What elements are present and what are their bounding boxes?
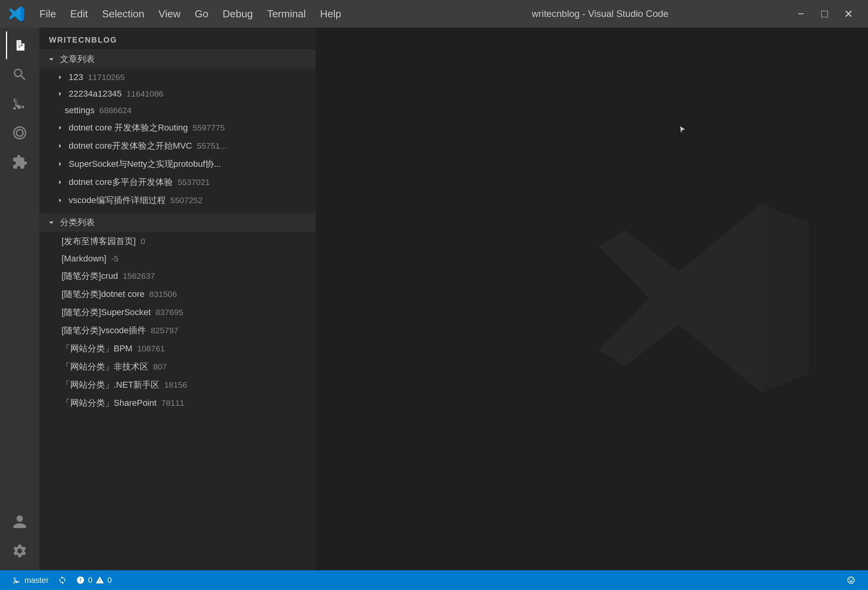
window-controls: − □ ✕: [789, 0, 860, 28]
vscode-logo-icon: [8, 5, 25, 22]
article-item-multiplatform[interactable]: dotnet core多平台开发体验 5537021: [39, 173, 316, 191]
category-id: 0: [140, 237, 145, 246]
titlebar: File Edit Selection View Go Debug Termin…: [0, 0, 868, 28]
article-item-mvc[interactable]: dotnet core开发体验之开始MVC 55751...: [39, 137, 316, 155]
category-name: 「网站分类」非技术区: [62, 361, 148, 373]
activity-extensions[interactable]: [6, 148, 34, 176]
category-id: 831506: [149, 289, 177, 299]
category-item-homepage[interactable]: [发布至博客园首页] 0: [39, 232, 316, 250]
feedback-status[interactable]: [842, 570, 860, 590]
search-icon: [12, 67, 28, 82]
sync-status[interactable]: [53, 570, 71, 590]
close-button[interactable]: ✕: [836, 0, 860, 28]
article-id: 11641086: [127, 89, 163, 99]
category-item-non-tech[interactable]: 「网站分类」非技术区 807: [39, 358, 316, 376]
activity-search[interactable]: [6, 61, 34, 88]
menu-selection[interactable]: Selection: [96, 6, 151, 22]
category-name: 「网站分类」BPM: [62, 343, 133, 355]
category-item-sharepoint[interactable]: 「网站分类」SharePoint 78111: [39, 394, 316, 412]
chevron-right-icon: [55, 159, 65, 169]
chevron-right-icon: [55, 177, 65, 187]
menu-help[interactable]: Help: [314, 6, 347, 22]
menu-file[interactable]: File: [33, 6, 62, 22]
main-content: WRITECNBLOG 文章列表 123 11710265: [0, 28, 868, 570]
category-id: 807: [153, 362, 167, 372]
git-branch-status[interactable]: master: [8, 570, 53, 590]
category-item-supersocket[interactable]: [随笔分类]SuperSocket 837695: [39, 303, 316, 321]
category-item-dotnet-newbie[interactable]: 「网站分类」.NET新手区 18156: [39, 376, 316, 394]
menu-debug[interactable]: Debug: [216, 6, 259, 22]
article-name: 123: [69, 72, 83, 82]
article-name: 22234a12345: [69, 89, 122, 99]
category-item-crud[interactable]: [随笔分类]crud 1562637: [39, 267, 316, 285]
minimize-button[interactable]: −: [789, 0, 813, 28]
menu-terminal[interactable]: Terminal: [261, 6, 312, 22]
article-name: dotnet core开发体验之开始MVC: [69, 140, 192, 152]
article-name: dotnet core多平台开发体验: [69, 176, 173, 188]
smiley-icon: [847, 576, 855, 584]
menu-go[interactable]: Go: [189, 6, 215, 22]
article-name: SuperSocket与Netty之实现protobuf协...: [69, 158, 221, 170]
category-name: [发布至博客园首页]: [62, 235, 136, 247]
branch-name: master: [24, 576, 49, 585]
article-item-123[interactable]: 123 11710265: [39, 69, 316, 86]
article-item-22234[interactable]: 22234a12345 11641086: [39, 86, 316, 102]
article-name: dotnet core 开发体验之Routing: [69, 122, 188, 134]
category-item-bpm[interactable]: 「网站分类」BPM 108761: [39, 340, 316, 358]
activity-bar: [0, 28, 39, 570]
category-id: 825797: [151, 326, 178, 335]
category-item-markdown[interactable]: [Markdown] -5: [39, 250, 316, 267]
article-id: 5537021: [178, 177, 210, 187]
categories-section-label: 分类列表: [60, 217, 95, 228]
categories-section-header[interactable]: 分类列表: [39, 213, 316, 232]
error-circle-icon: [76, 576, 85, 584]
activity-explorer[interactable]: [6, 32, 34, 59]
article-item-settings[interactable]: settings 6886624: [39, 102, 316, 119]
activity-debug[interactable]: [6, 119, 34, 147]
category-name: [Markdown]: [62, 254, 107, 264]
error-count: 0: [88, 576, 92, 585]
article-name: vscode编写插件详细过程: [69, 194, 166, 206]
source-control-icon: [12, 96, 28, 112]
activity-scm[interactable]: [6, 90, 34, 118]
gear-icon: [12, 543, 28, 559]
article-id: 55751...: [197, 141, 227, 151]
statusbar: master 0 0: [0, 570, 868, 590]
activity-account[interactable]: [6, 508, 34, 536]
category-item-vscodeplugin[interactable]: [随笔分类]vscode插件 825797: [39, 321, 316, 340]
mouse-cursor-icon: [679, 125, 687, 133]
git-branch-icon: [13, 576, 21, 584]
chevron-down-icon: [46, 217, 57, 228]
window-title: writecnblog - Visual Studio Code: [411, 8, 789, 19]
category-name: 「网站分类」SharePoint: [62, 397, 157, 409]
category-id: 837695: [155, 308, 183, 317]
editor-area: [316, 28, 868, 570]
errors-status[interactable]: 0 0: [71, 570, 116, 590]
category-item-dotnetcore[interactable]: [随笔分类]dotnet core 831506: [39, 285, 316, 303]
maximize-button[interactable]: □: [813, 0, 836, 28]
article-item-vscode[interactable]: vscode编写插件详细过程 5507252: [39, 191, 316, 209]
article-item-supersocket[interactable]: SuperSocket与Netty之实现protobuf协...: [39, 155, 316, 173]
chevron-right-icon: [55, 73, 65, 82]
menu-view[interactable]: View: [152, 6, 187, 22]
articles-section-header[interactable]: 文章列表: [39, 49, 316, 69]
editor-watermark: [584, 180, 821, 418]
category-id: 108761: [137, 344, 165, 353]
sidebar-header: WRITECNBLOG: [39, 28, 316, 49]
chevron-down-icon: [46, 54, 57, 65]
account-icon: [12, 514, 28, 530]
chevron-right-icon: [55, 141, 65, 151]
articles-section-label: 文章列表: [60, 53, 95, 65]
category-id: 78111: [161, 398, 184, 408]
category-name: [随笔分类]crud: [62, 270, 118, 282]
menu-edit[interactable]: Edit: [64, 6, 94, 22]
warning-count: 0: [107, 576, 112, 585]
article-item-routing[interactable]: dotnet core 开发体验之Routing 5597775: [39, 119, 316, 137]
article-id: 11710265: [88, 73, 125, 82]
category-id: 18156: [164, 380, 187, 390]
article-id: 5507252: [170, 196, 203, 205]
activity-settings[interactable]: [6, 537, 34, 565]
category-name: [随笔分类]SuperSocket: [62, 306, 151, 318]
chevron-right-icon: [55, 89, 65, 99]
warning-triangle-icon: [95, 576, 104, 584]
